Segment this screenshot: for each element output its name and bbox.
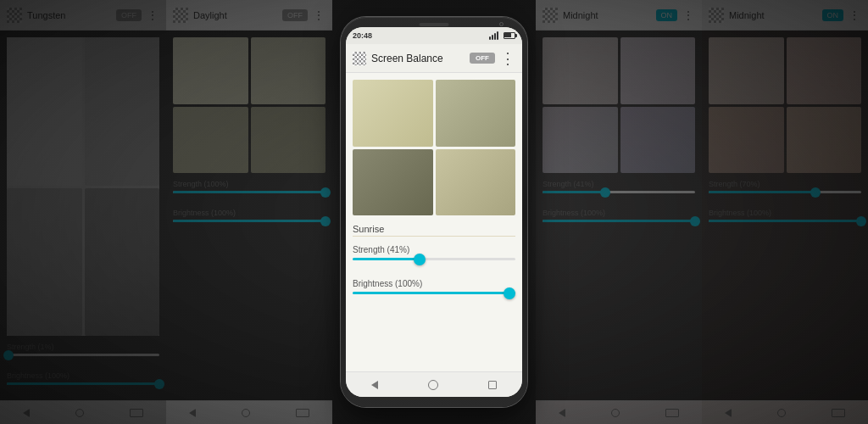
phone-content: Sunrise Strength (41%) Brightness (100%) (346, 73, 522, 371)
status-bar: 20:48 (346, 27, 522, 44)
swatch-top-right (436, 80, 516, 147)
phone-strength-thumb[interactable] (414, 254, 426, 265)
color-swatches (353, 80, 515, 215)
phone-brightness-track[interactable] (353, 292, 515, 294)
phone-brightness-fill (353, 292, 515, 294)
speaker (420, 23, 449, 26)
phone-brightness-label: Brightness (100%) (353, 279, 515, 288)
phone-toggle-btn[interactable]: OFF (470, 53, 495, 64)
swatch-bottom-right (436, 149, 516, 216)
phone-strength-slider: Strength (41%) (353, 243, 515, 271)
phone-strength-fill (353, 258, 420, 260)
status-icons (489, 31, 515, 40)
swatch-top-left (353, 80, 433, 147)
phone-screen: 20:48 Screen Balance (346, 27, 522, 397)
preset-name[interactable]: Sunrise (353, 222, 515, 237)
phone-shell: 20:48 Screen Balance (341, 17, 527, 407)
app-title: Screen Balance (371, 53, 465, 64)
phone-recent-icon[interactable] (488, 381, 497, 389)
camera (499, 22, 504, 26)
phone-strength-track[interactable] (353, 258, 515, 260)
phone-brightness-thumb[interactable] (504, 287, 515, 299)
app-icon (353, 52, 366, 65)
phone-container: 20:48 Screen Balance (341, 17, 527, 407)
battery-icon (504, 32, 515, 39)
phone-more-dots[interactable]: ⋮ (500, 51, 515, 66)
app-bar: Screen Balance OFF ⋮ (346, 44, 522, 73)
status-time: 20:48 (353, 31, 372, 40)
phone-brightness-slider: Brightness (100%) (353, 277, 515, 304)
phone-nav-bar (346, 371, 522, 397)
swatch-bottom-left (353, 149, 433, 216)
signal-icon (489, 31, 498, 40)
phone-back-icon[interactable] (371, 381, 378, 389)
phone-home-icon[interactable] (428, 380, 438, 390)
phone-strength-label: Strength (41%) (353, 245, 515, 254)
